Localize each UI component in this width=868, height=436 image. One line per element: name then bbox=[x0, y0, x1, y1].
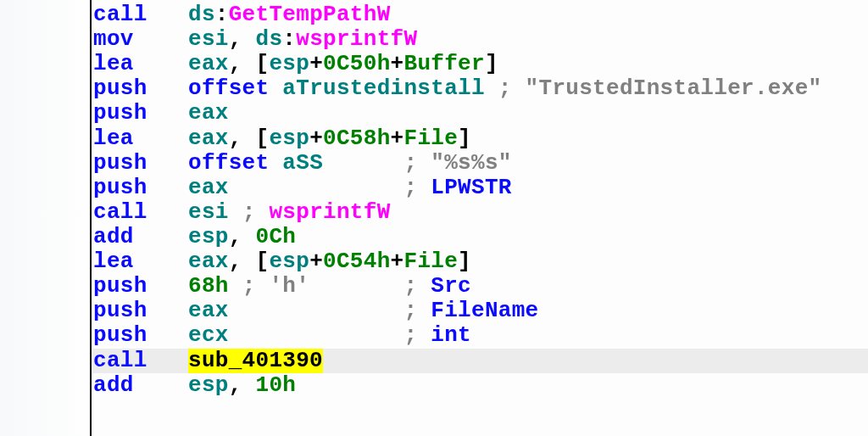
token: "TrustedInstaller.exe" bbox=[526, 76, 822, 101]
mnemonic: lea bbox=[93, 249, 188, 274]
token: ; bbox=[242, 200, 270, 225]
mnemonic: push bbox=[93, 176, 188, 200]
token: ; 'h' bbox=[242, 274, 310, 299]
token: : bbox=[215, 3, 229, 27]
token: GetTempPathW bbox=[229, 3, 391, 27]
disassembly-view: callds:GetTempPathWmovesi, ds:wsprintfWl… bbox=[0, 0, 868, 436]
token: Buffer bbox=[403, 52, 484, 76]
token: + bbox=[309, 126, 323, 151]
token: File bbox=[403, 249, 458, 274]
token: 0C50h bbox=[323, 52, 391, 76]
comment-marker: ; bbox=[403, 274, 431, 299]
token: ecx bbox=[188, 323, 229, 348]
mnemonic: push bbox=[93, 76, 188, 101]
token: esp bbox=[188, 373, 229, 398]
token bbox=[229, 274, 242, 299]
mnemonic: push bbox=[93, 299, 188, 323]
asm-line[interactable]: pusheax ; LPWSTR bbox=[93, 176, 868, 200]
mnemonic: lea bbox=[93, 52, 188, 76]
token: + bbox=[391, 52, 404, 76]
asm-line[interactable]: leaeax, [esp+0C54h+File] bbox=[93, 249, 868, 274]
token: esi bbox=[188, 27, 229, 52]
token: offset bbox=[188, 151, 269, 176]
token: esi bbox=[188, 200, 229, 225]
asm-line[interactable]: addesp, 0Ch bbox=[93, 225, 868, 249]
token: ] bbox=[458, 126, 471, 151]
token: ds bbox=[188, 3, 215, 27]
token: sub_401390 bbox=[188, 349, 323, 373]
comment-text: LPWSTR bbox=[431, 176, 511, 200]
token: 68h bbox=[188, 274, 229, 299]
token: , bbox=[229, 225, 256, 249]
asm-line[interactable]: addesp, 10h bbox=[93, 373, 868, 398]
token: esp bbox=[269, 52, 309, 76]
asm-line[interactable]: pushecx ; int bbox=[93, 323, 868, 348]
token: ds bbox=[256, 27, 283, 52]
token: ; bbox=[498, 76, 526, 101]
asm-line[interactable]: push68h ; 'h' ; Src bbox=[93, 274, 868, 299]
comment-marker: ; bbox=[403, 299, 431, 323]
token: eax bbox=[188, 101, 229, 126]
asm-line[interactable]: movesi, ds:wsprintfW bbox=[93, 27, 868, 52]
token bbox=[485, 76, 498, 101]
token: ] bbox=[458, 249, 471, 274]
token: File bbox=[403, 126, 458, 151]
asm-line[interactable]: pusheax bbox=[93, 101, 868, 126]
asm-line[interactable]: callesi ; wsprintfW bbox=[93, 200, 868, 225]
comment-text: "%s%s" bbox=[431, 151, 511, 176]
token: wsprintfW bbox=[296, 27, 417, 52]
comment-text: Src bbox=[431, 274, 471, 299]
token: eax bbox=[188, 299, 229, 323]
token: + bbox=[391, 249, 404, 274]
asm-line[interactable]: pushoffset aTrustedinstall ; "TrustedIns… bbox=[93, 76, 868, 101]
mnemonic: push bbox=[93, 151, 188, 176]
token: eax bbox=[188, 52, 229, 76]
token: + bbox=[309, 52, 323, 76]
asm-line[interactable]: leaeax, [esp+0C50h+Buffer] bbox=[93, 52, 868, 76]
asm-line[interactable]: pushoffset aSS ; "%s%s" bbox=[93, 151, 868, 176]
token: esp bbox=[269, 249, 309, 274]
comment-text: int bbox=[431, 323, 471, 348]
token: wsprintfW bbox=[269, 200, 390, 225]
code-listing[interactable]: callds:GetTempPathWmovesi, ds:wsprintfWl… bbox=[92, 0, 868, 436]
mnemonic: call bbox=[93, 3, 188, 27]
token: aSS bbox=[282, 151, 323, 176]
token: offset bbox=[188, 76, 269, 101]
mnemonic: push bbox=[93, 323, 188, 348]
comment-marker: ; bbox=[403, 176, 431, 200]
mnemonic: call bbox=[93, 200, 188, 225]
comment-marker: ; bbox=[403, 323, 431, 348]
token: 0Ch bbox=[256, 225, 297, 249]
asm-line[interactable]: leaeax, [esp+0C58h+File] bbox=[93, 126, 868, 151]
token: 10h bbox=[256, 373, 297, 398]
comment-marker: ; bbox=[403, 151, 431, 176]
asm-line[interactable]: callsub_401390 bbox=[93, 349, 868, 373]
address-gutter bbox=[0, 0, 92, 436]
token: , [ bbox=[229, 52, 270, 76]
token: eax bbox=[188, 126, 229, 151]
comment-text: FileName bbox=[431, 299, 538, 323]
token: + bbox=[391, 126, 404, 151]
mnemonic: add bbox=[93, 373, 188, 398]
token: , bbox=[229, 27, 256, 52]
token: esp bbox=[269, 126, 309, 151]
asm-line[interactable]: pusheax ; FileName bbox=[93, 299, 868, 323]
asm-line[interactable]: callds:GetTempPathW bbox=[93, 3, 868, 27]
token: esp bbox=[188, 225, 229, 249]
token: : bbox=[282, 27, 296, 52]
token: eax bbox=[188, 249, 229, 274]
token: ] bbox=[485, 52, 498, 76]
mnemonic: call bbox=[93, 349, 188, 373]
token: , bbox=[229, 373, 256, 398]
token: 0C58h bbox=[323, 126, 391, 151]
token: 0C54h bbox=[323, 249, 391, 274]
token: + bbox=[309, 249, 323, 274]
mnemonic: push bbox=[93, 101, 188, 126]
token: , [ bbox=[229, 126, 270, 151]
token: , [ bbox=[229, 249, 270, 274]
mnemonic: push bbox=[93, 274, 188, 299]
mnemonic: add bbox=[93, 225, 188, 249]
mnemonic: lea bbox=[93, 126, 188, 151]
token bbox=[269, 151, 282, 176]
token: eax bbox=[188, 176, 229, 200]
